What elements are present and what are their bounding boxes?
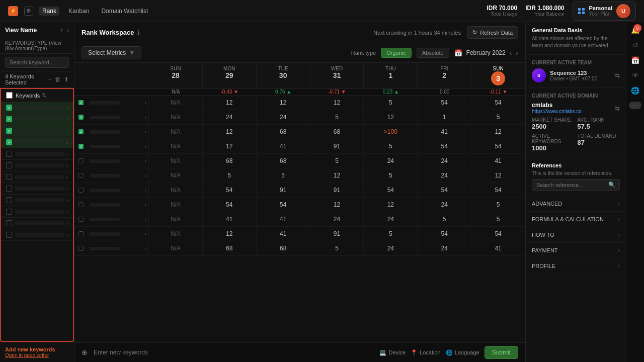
user-avatar[interactable]: U: [616, 4, 630, 18]
kw-expand-arrow[interactable]: ›: [66, 174, 68, 180]
kw-expand-arrow[interactable]: ›: [66, 186, 68, 192]
accordion-item[interactable]: PAYMENT ›: [526, 243, 626, 258]
domain-edit-icon[interactable]: ⇆: [615, 105, 620, 112]
row-expand-icon[interactable]: ›: [145, 231, 146, 237]
row-expand-icon[interactable]: ›: [145, 129, 146, 135]
row-expand-icon[interactable]: ›: [145, 100, 146, 106]
kw-checkbox[interactable]: [6, 197, 12, 203]
toggle-icon[interactable]: ○—: [629, 102, 641, 109]
type-organic-btn[interactable]: Organic: [381, 48, 412, 58]
row-checkbox[interactable]: [78, 100, 84, 105]
settings-icon[interactable]: ⚙: [24, 7, 33, 16]
date-prev-btn[interactable]: ‹: [510, 49, 512, 57]
accordion-item[interactable]: ADVANCED ›: [526, 196, 626, 212]
row-expand-icon[interactable]: ›: [145, 115, 146, 120]
language-filter[interactable]: 🌐 Language: [446, 349, 479, 356]
kw-expand-arrow[interactable]: ›: [66, 209, 68, 215]
row-checkbox[interactable]: [78, 231, 84, 236]
delete-keyword-action[interactable]: 🗑: [55, 76, 61, 83]
nav-domain-watchlist[interactable]: Domain Watchlist: [98, 7, 151, 16]
row-expand-icon[interactable]: ›: [145, 173, 146, 178]
row-checkbox[interactable]: [78, 173, 84, 178]
nav-rank[interactable]: Rank: [39, 7, 59, 16]
row-checkbox[interactable]: [78, 246, 84, 251]
kw-expand-arrow[interactable]: ›: [66, 117, 68, 122]
add-keywords-label[interactable]: Add new keywords: [5, 346, 69, 352]
notification-icon[interactable]: 🔔 0: [631, 26, 639, 34]
add-view-btn[interactable]: +: [60, 26, 64, 34]
nav-forward-btn[interactable]: ›: [67, 26, 69, 34]
accordion-item[interactable]: PROFILE ›: [526, 258, 626, 274]
kw-expand-arrow[interactable]: ›: [66, 128, 68, 134]
new-keyword-input[interactable]: [94, 349, 373, 356]
select-metrics-btn[interactable]: Select Metrics ▼: [82, 46, 141, 59]
row-expand-icon[interactable]: ›: [145, 188, 146, 193]
submit-btn[interactable]: Submit: [485, 346, 518, 359]
select-all-checkbox[interactable]: [6, 92, 13, 99]
keyword-row[interactable]: ›: [1, 229, 73, 241]
row-expand-icon[interactable]: ›: [145, 144, 146, 149]
accordion-item[interactable]: HOW TO ›: [526, 227, 626, 243]
keyword-row[interactable]: ›: [1, 206, 73, 218]
keyword-row[interactable]: ›: [1, 195, 73, 206]
keyword-row[interactable]: ›: [1, 148, 73, 160]
kw-expand-arrow[interactable]: ›: [66, 163, 68, 168]
add-keyword-action[interactable]: +: [48, 76, 52, 83]
kw-expand-arrow[interactable]: ›: [66, 198, 68, 203]
kw-checkbox[interactable]: [6, 116, 12, 122]
keyword-row[interactable]: ›: [1, 102, 73, 114]
workspace-info-icon[interactable]: ℹ: [137, 29, 140, 36]
row-checkbox[interactable]: [78, 158, 84, 163]
row-checkbox[interactable]: [78, 217, 84, 222]
globe-icon[interactable]: 🌐: [631, 86, 639, 95]
kw-checkbox[interactable]: [6, 174, 12, 180]
accordion-item[interactable]: FORMULA & CALCULATION ›: [526, 212, 626, 227]
row-checkbox[interactable]: [78, 188, 84, 193]
type-absolute-btn[interactable]: Absolute: [417, 48, 449, 58]
keyword-row[interactable]: ›: [1, 218, 73, 229]
kw-checkbox[interactable]: [6, 105, 12, 111]
row-checkbox[interactable]: [78, 202, 84, 207]
row-checkbox[interactable]: [78, 115, 84, 120]
kw-checkbox[interactable]: [6, 128, 12, 134]
keyword-row[interactable]: ›: [1, 125, 73, 137]
add-kw-bottom-icon[interactable]: ⊕: [82, 348, 88, 356]
kw-checkbox[interactable]: [6, 209, 12, 215]
kw-expand-arrow[interactable]: ›: [66, 221, 68, 226]
export-keyword-action[interactable]: ⬆: [64, 76, 69, 83]
kw-expand-arrow[interactable]: ›: [66, 151, 68, 157]
keyword-row[interactable]: ›: [1, 171, 73, 183]
keyword-row[interactable]: ›: [1, 114, 73, 125]
references-search-input[interactable]: [536, 182, 606, 188]
date-next-btn[interactable]: ›: [516, 49, 518, 57]
keyword-row[interactable]: ›: [1, 183, 73, 195]
open-page-writer-link[interactable]: Open in page writer: [5, 352, 69, 358]
kw-checkbox[interactable]: [6, 232, 12, 238]
nav-kanban[interactable]: Kanban: [65, 7, 92, 16]
kw-checkbox[interactable]: [6, 139, 12, 145]
kw-expand-arrow[interactable]: ›: [66, 140, 68, 145]
kw-expand-arrow[interactable]: ›: [66, 232, 68, 238]
kw-expand-arrow[interactable]: ›: [66, 105, 68, 111]
row-checkbox[interactable]: [78, 144, 84, 149]
keyword-search-input[interactable]: [5, 57, 69, 68]
row-expand-icon[interactable]: ›: [145, 202, 146, 208]
row-expand-icon[interactable]: ›: [145, 217, 146, 222]
kw-checkbox[interactable]: [6, 162, 12, 168]
keyword-row[interactable]: ›: [1, 160, 73, 171]
keyword-row[interactable]: ›: [1, 137, 73, 148]
calendar-side-icon[interactable]: 📅: [631, 56, 639, 64]
sort-icon[interactable]: ⇅: [42, 92, 46, 99]
row-checkbox[interactable]: [78, 129, 84, 134]
location-filter[interactable]: 📍 Location: [411, 349, 441, 356]
history-icon[interactable]: ↺: [632, 41, 638, 49]
kw-checkbox[interactable]: [6, 220, 12, 226]
refresh-data-btn[interactable]: ↻ Refresh Data: [467, 26, 518, 39]
eye-icon[interactable]: 👁: [632, 71, 639, 79]
row-expand-icon[interactable]: ›: [145, 158, 146, 164]
row-expand-icon[interactable]: ›: [145, 246, 146, 251]
kw-checkbox[interactable]: [6, 186, 12, 192]
device-filter[interactable]: 💻 Device: [379, 349, 406, 356]
kw-checkbox[interactable]: [6, 151, 12, 157]
team-edit-icon[interactable]: ⇆: [615, 72, 620, 79]
